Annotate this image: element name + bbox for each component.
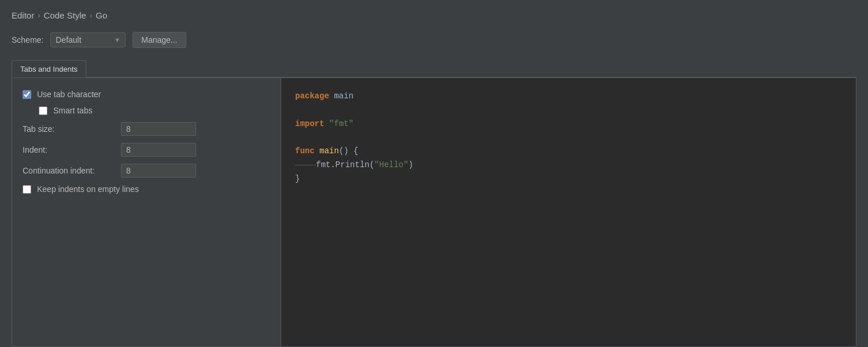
code-line-blank-2 xyxy=(295,131,842,145)
code-line-1: package main xyxy=(295,90,842,104)
code-func-parens: () { xyxy=(339,145,359,158)
code-line-func: func main () { xyxy=(295,145,842,158)
continuation-indent-input[interactable] xyxy=(121,164,196,178)
use-tab-character-row: Use tab character xyxy=(23,90,270,99)
scheme-dropdown[interactable]: Default ▼ xyxy=(50,32,126,47)
breadcrumb-go: Go xyxy=(95,10,107,20)
code-func-name: main xyxy=(319,145,339,158)
code-func-signature xyxy=(315,145,319,158)
code-fmt-println: fmt.Println( xyxy=(316,158,374,172)
scheme-row: Scheme: Default ▼ Manage... xyxy=(12,32,856,48)
breadcrumb-editor[interactable]: Editor xyxy=(12,10,34,20)
keep-indents-label: Keep indents on empty lines xyxy=(37,184,139,194)
breadcrumb: Editor › Code Style › Go xyxy=(12,10,856,20)
tab-size-label: Tab size: xyxy=(23,124,121,134)
tab-arrow-icon: ————→ xyxy=(295,160,316,171)
code-brace-close: } xyxy=(295,172,300,186)
smart-tabs-checkbox[interactable] xyxy=(39,106,47,115)
code-close-paren: ) xyxy=(409,158,413,172)
use-tab-character-checkbox[interactable] xyxy=(23,90,31,99)
use-tab-character-label: Use tab character xyxy=(37,90,101,99)
tab-tabs-and-indents[interactable]: Tabs and Indents xyxy=(12,60,86,77)
keyword-func: func xyxy=(295,145,315,158)
scheme-selected-value: Default xyxy=(56,35,109,45)
indent-row: Indent: xyxy=(23,143,270,157)
code-main-text: main xyxy=(329,90,354,104)
tab-size-input[interactable] xyxy=(121,122,196,136)
code-hello-string: "Hello" xyxy=(374,158,409,172)
manage-button[interactable]: Manage... xyxy=(133,32,186,48)
keyword-package: package xyxy=(295,90,329,104)
code-preview: package main import "fmt" func main () {… xyxy=(281,78,856,346)
code-line-import: import "fmt" xyxy=(295,117,842,131)
tab-size-row: Tab size: xyxy=(23,122,270,136)
code-line-close-brace: } xyxy=(295,172,842,186)
tabs-bar: Tabs and Indents xyxy=(12,60,856,78)
keep-indents-checkbox[interactable] xyxy=(23,185,31,194)
code-line-println: ————→ fmt.Println( "Hello" ) xyxy=(295,158,842,172)
content-area: Use tab character Smart tabs Tab size: I… xyxy=(12,78,856,347)
smart-tabs-row: Smart tabs xyxy=(39,106,270,115)
breadcrumb-separator-2: › xyxy=(90,11,92,20)
code-import-string: "fmt" xyxy=(324,117,353,131)
indent-label: Indent: xyxy=(23,145,121,154)
smart-tabs-label: Smart tabs xyxy=(53,106,93,115)
indent-input[interactable] xyxy=(121,143,196,157)
keyword-import: import xyxy=(295,117,324,131)
keep-indents-row: Keep indents on empty lines xyxy=(23,184,270,194)
scheme-label: Scheme: xyxy=(12,35,43,45)
left-panel: Use tab character Smart tabs Tab size: I… xyxy=(12,78,281,346)
continuation-indent-row: Continuation indent: xyxy=(23,164,270,178)
continuation-indent-label: Continuation indent: xyxy=(23,166,121,175)
breadcrumb-separator-1: › xyxy=(38,11,40,20)
chevron-down-icon: ▼ xyxy=(114,36,120,43)
breadcrumb-code-style[interactable]: Code Style xyxy=(44,10,86,20)
settings-panel: Editor › Code Style › Go Scheme: Default… xyxy=(0,0,868,347)
code-line-blank-1 xyxy=(295,104,842,117)
